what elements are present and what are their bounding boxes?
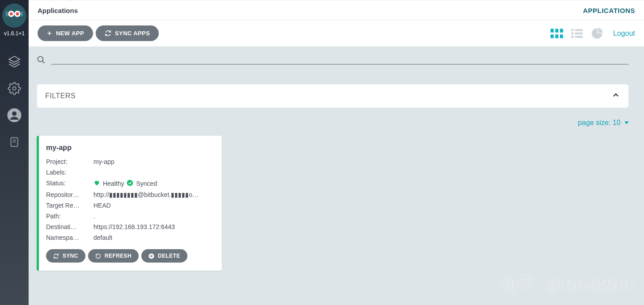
row-path: Path: . bbox=[46, 213, 214, 220]
sync-label: SYNC bbox=[63, 253, 78, 259]
svg-rect-17 bbox=[555, 29, 559, 32]
page-size-selector[interactable]: page size: 10 bbox=[37, 119, 629, 127]
page-size-value: 10 bbox=[613, 119, 621, 126]
labels-value bbox=[93, 169, 214, 176]
svg-point-31 bbox=[127, 180, 133, 186]
application-card[interactable]: my-app Project: my-app Labels: Status: H… bbox=[37, 136, 222, 271]
new-app-button[interactable]: NEW APP bbox=[38, 25, 93, 41]
svg-rect-27 bbox=[575, 36, 583, 38]
svg-rect-21 bbox=[560, 34, 563, 38]
row-destination: Destinati… https://192.168.193.172:6443 bbox=[46, 223, 214, 230]
svg-point-10 bbox=[12, 112, 17, 116]
book-icon bbox=[8, 136, 20, 150]
status-sync-text: Synced bbox=[136, 180, 157, 187]
search-input[interactable] bbox=[51, 64, 629, 65]
breadcrumb[interactable]: APPLICATIONS bbox=[583, 7, 635, 14]
svg-rect-18 bbox=[560, 29, 563, 32]
targetrev-label: Target Re… bbox=[46, 202, 81, 209]
repository-value: http://▮▮▮▮▮▮▮▮@bitbucket.▮▮▮▮▮o… bbox=[93, 191, 214, 198]
view-toggle bbox=[551, 27, 603, 40]
project-value: my-app bbox=[93, 158, 214, 165]
version-label: v1.6.1+1 bbox=[4, 30, 25, 37]
main-area: Applications APPLICATIONS NEW APP SYNC A… bbox=[29, 0, 644, 305]
svg-rect-5 bbox=[6, 11, 8, 17]
heart-icon bbox=[93, 180, 100, 188]
header-row: Applications APPLICATIONS bbox=[29, 0, 644, 20]
status-health-text: Healthy bbox=[103, 180, 124, 187]
svg-point-4 bbox=[16, 13, 19, 16]
path-value: . bbox=[93, 213, 214, 220]
namespace-label: Namespa… bbox=[46, 234, 81, 241]
content-area: FILTERS page size: 10 my-app Project: my… bbox=[29, 46, 644, 305]
svg-marker-30 bbox=[624, 121, 629, 124]
delete-icon bbox=[148, 253, 154, 259]
gear-icon bbox=[8, 82, 21, 97]
svg-marker-7 bbox=[9, 56, 20, 62]
plus-icon bbox=[47, 30, 52, 36]
row-labels: Labels: bbox=[46, 169, 214, 176]
action-buttons: NEW APP SYNC APPS bbox=[38, 25, 159, 41]
row-status: Status: Healthy Synced bbox=[46, 180, 214, 188]
svg-point-8 bbox=[13, 87, 16, 90]
svg-rect-20 bbox=[555, 34, 559, 38]
sync-apps-button[interactable]: SYNC APPS bbox=[96, 25, 159, 41]
destination-value: https://192.168.193.172:6443 bbox=[93, 223, 214, 230]
watermark-text: @int32bit bbox=[544, 274, 633, 296]
row-repository: Repositor… http://▮▮▮▮▮▮▮▮@bitbucket.▮▮▮… bbox=[46, 191, 214, 198]
card-title: my-app bbox=[46, 144, 214, 152]
sidebar-item-settings[interactable] bbox=[0, 76, 29, 103]
status-value: Healthy Synced bbox=[93, 180, 214, 188]
toolbar-right: Logout bbox=[551, 27, 635, 40]
check-circle-icon bbox=[127, 180, 133, 188]
user-circle-icon bbox=[7, 108, 22, 125]
pie-view-icon[interactable] bbox=[591, 27, 603, 40]
delete-button[interactable]: DELETE bbox=[141, 249, 187, 263]
namespace-value: default bbox=[93, 234, 214, 241]
card-actions: SYNC REFRESH DELETE bbox=[46, 249, 214, 263]
page-title: Applications bbox=[38, 7, 78, 14]
logout-link[interactable]: Logout bbox=[613, 29, 635, 38]
project-label: Project: bbox=[46, 158, 81, 165]
row-target-revision: Target Re… HEAD bbox=[46, 202, 214, 209]
search-row bbox=[37, 55, 629, 72]
svg-point-3 bbox=[10, 13, 13, 16]
filters-title: FILTERS bbox=[45, 92, 76, 100]
sync-apps-label: SYNC APPS bbox=[115, 30, 150, 37]
sidebar-item-applications[interactable] bbox=[0, 49, 29, 76]
refresh-button[interactable]: REFRESH bbox=[88, 249, 139, 263]
svg-rect-16 bbox=[551, 29, 554, 32]
status-label: Status: bbox=[46, 180, 81, 188]
path-label: Path: bbox=[46, 213, 81, 220]
filters-panel[interactable]: FILTERS bbox=[37, 84, 629, 108]
svg-rect-22 bbox=[571, 29, 573, 31]
sidebar: v1.6.1+1 bbox=[0, 0, 29, 305]
sidebar-item-docs[interactable] bbox=[0, 130, 29, 156]
repository-label: Repositor… bbox=[46, 191, 81, 198]
sidebar-item-user[interactable] bbox=[0, 103, 29, 130]
search-icon[interactable] bbox=[37, 55, 46, 66]
sync-button[interactable]: SYNC bbox=[46, 249, 85, 263]
delete-label: DELETE bbox=[158, 253, 180, 259]
argo-logo bbox=[2, 4, 26, 28]
list-view-icon[interactable] bbox=[571, 29, 583, 38]
chevron-up-icon bbox=[611, 91, 620, 101]
watermark: 知乎 @int32bit bbox=[500, 272, 633, 297]
svg-line-29 bbox=[42, 61, 45, 63]
svg-rect-25 bbox=[575, 32, 583, 34]
svg-rect-23 bbox=[575, 29, 583, 31]
watermark-logo: 知乎 bbox=[500, 272, 536, 297]
page-size-label: page size: bbox=[578, 119, 612, 126]
tiles-view-icon[interactable] bbox=[551, 29, 563, 38]
targetrev-value: HEAD bbox=[93, 202, 214, 209]
sync-icon bbox=[53, 253, 59, 259]
toolbar: NEW APP SYNC APPS Logout bbox=[29, 20, 644, 46]
layers-icon bbox=[7, 54, 21, 71]
svg-rect-26 bbox=[571, 36, 573, 38]
sync-icon bbox=[105, 30, 111, 37]
svg-point-28 bbox=[38, 57, 43, 62]
row-namespace: Namespa… default bbox=[46, 234, 214, 241]
svg-rect-24 bbox=[571, 32, 573, 34]
refresh-label: REFRESH bbox=[105, 253, 131, 259]
destination-label: Destinati… bbox=[46, 223, 81, 230]
new-app-label: NEW APP bbox=[56, 30, 84, 37]
